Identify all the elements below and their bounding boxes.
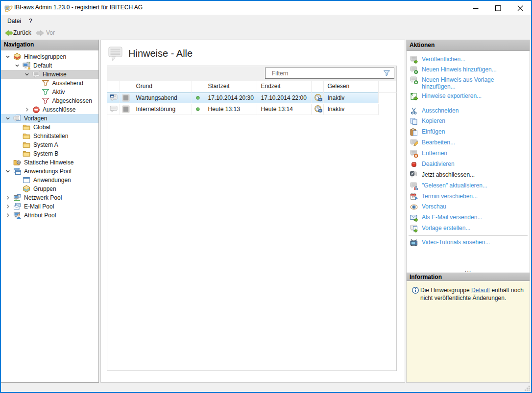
svg-text:17: 17 (411, 196, 415, 199)
